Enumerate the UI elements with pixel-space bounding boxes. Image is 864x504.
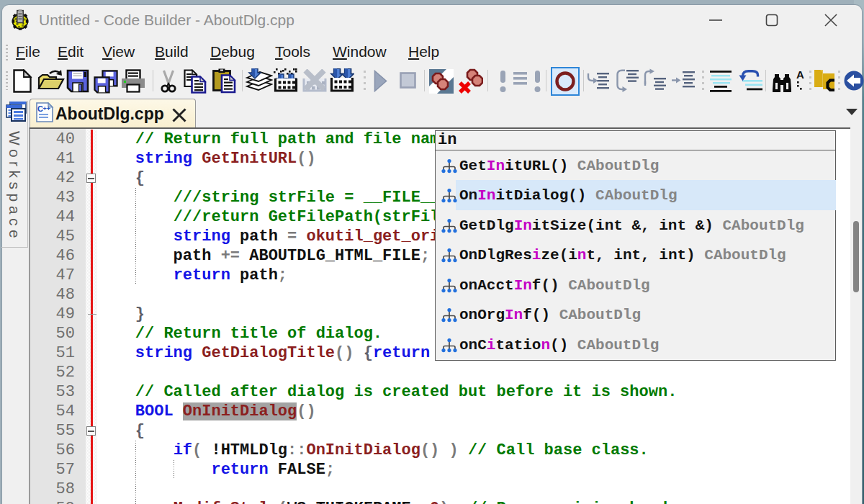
svg-text:++: ++ [43,105,51,112]
svg-text:A: A [796,69,804,81]
